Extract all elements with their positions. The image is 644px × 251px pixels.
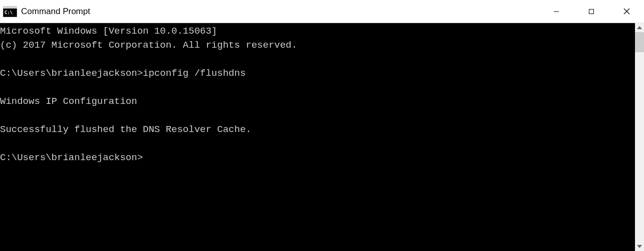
close-icon (623, 8, 630, 15)
scrollbar-track[interactable] (635, 32, 644, 242)
minimize-button[interactable] (539, 0, 574, 23)
terminal-line (0, 137, 635, 151)
window-title: Command Prompt (21, 7, 90, 17)
svg-rect-1 (3, 6, 17, 9)
terminal-output[interactable]: Microsoft Windows [Version 10.0.15063](c… (0, 23, 635, 251)
terminal-line: C:\Users\brianleejackson> (0, 151, 635, 165)
scroll-down-arrow[interactable] (635, 242, 644, 251)
terminal-line: Successfully flushed the DNS Resolver Ca… (0, 122, 635, 137)
terminal-line: (c) 2017 Microsoft Corporation. All righ… (0, 38, 635, 52)
chevron-down-icon (637, 245, 642, 248)
terminal-line (0, 80, 635, 94)
app-icon: C:\ (3, 6, 17, 17)
terminal-line (0, 108, 635, 122)
maximize-icon (588, 9, 594, 15)
terminal-line: Microsoft Windows [Version 10.0.15063] (0, 24, 635, 38)
terminal-line: C:\Users\brianleejackson>ipconfig /flush… (0, 66, 635, 80)
chevron-up-icon (637, 26, 642, 29)
terminal-line: Windows IP Configuration (0, 94, 635, 108)
minimize-icon (553, 9, 559, 15)
scroll-up-arrow[interactable] (635, 23, 644, 32)
vertical-scrollbar[interactable] (635, 23, 644, 251)
terminal-area: Microsoft Windows [Version 10.0.15063](c… (0, 23, 644, 251)
svg-text:C:\: C:\ (5, 10, 13, 15)
window-titlebar: C:\ Command Prompt (0, 0, 644, 23)
maximize-button[interactable] (574, 0, 609, 23)
svg-rect-4 (589, 9, 594, 14)
close-button[interactable] (609, 0, 644, 23)
window-controls (539, 0, 644, 23)
scrollbar-thumb[interactable] (635, 32, 644, 52)
terminal-line (0, 52, 635, 66)
